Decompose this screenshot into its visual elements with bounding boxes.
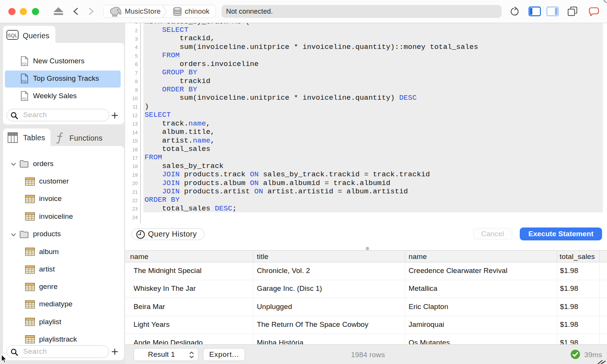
- svg-text:SQL: SQL: [22, 97, 27, 100]
- svg-text:SQL: SQL: [22, 62, 27, 65]
- svg-text:SQL: SQL: [22, 80, 27, 83]
- svg-text:SQL: SQL: [8, 33, 17, 38]
